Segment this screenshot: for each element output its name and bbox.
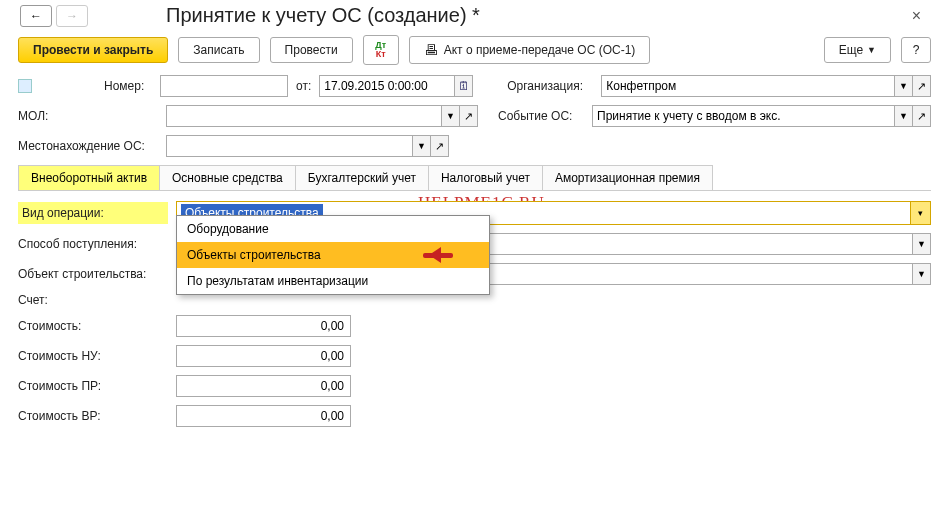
cost-pr-label: Стоимость ПР: — [18, 379, 168, 393]
more-button[interactable]: Еще ▼ — [824, 37, 891, 63]
tabs: Внеоборотный актив Основные средства Бух… — [18, 165, 931, 191]
operation-type-label: Вид операции: — [18, 202, 168, 224]
chevron-down-icon: ▼ — [417, 141, 426, 151]
more-label: Еще — [839, 43, 863, 57]
account-label: Счет: — [18, 293, 168, 307]
tab-asset[interactable]: Внеоборотный актив — [18, 165, 160, 190]
receipt-method-dropdown-button[interactable]: ▼ — [913, 233, 931, 255]
dtkt-button[interactable]: ДтКт — [363, 35, 399, 65]
event-label: Событие ОС: — [498, 109, 584, 123]
chevron-down-icon: ▼ — [867, 45, 876, 55]
dropdown-item-construction-label: Объекты строительства — [187, 248, 321, 262]
tab-os[interactable]: Основные средства — [159, 165, 296, 190]
calendar-icon: 🗓 — [458, 79, 470, 93]
printer-icon: 🖶 — [424, 42, 438, 58]
date-picker-button[interactable]: 🗓 — [455, 75, 473, 97]
close-button[interactable]: × — [912, 7, 929, 25]
dtkt-icon: ДтКт — [375, 41, 386, 59]
open-icon: ↗ — [917, 110, 926, 123]
open-icon: ↗ — [917, 80, 926, 93]
date-input[interactable] — [319, 75, 455, 97]
print-os1-label: Акт о приеме-передаче ОС (ОС-1) — [444, 43, 636, 57]
chevron-down-icon: ▾ — [918, 208, 923, 218]
event-dropdown-button[interactable]: ▼ — [895, 105, 913, 127]
post-and-close-button[interactable]: Провести и закрыть — [18, 37, 168, 63]
number-input[interactable] — [160, 75, 288, 97]
post-button[interactable]: Провести — [270, 37, 353, 63]
location-open-button[interactable]: ↗ — [431, 135, 449, 157]
tab-amort[interactable]: Амортизационная премия — [542, 165, 713, 190]
chevron-down-icon: ▼ — [899, 111, 908, 121]
nav-back-button[interactable]: ← — [20, 5, 52, 27]
print-os1-button[interactable]: 🖶 Акт о приеме-передаче ОС (ОС-1) — [409, 36, 651, 64]
chevron-down-icon: ▼ — [899, 81, 908, 91]
operation-type-dropdown-button[interactable]: ▾ — [910, 202, 930, 224]
construction-object-label: Объект строительства: — [18, 267, 168, 281]
highlight-arrow-icon — [423, 250, 465, 260]
operation-type-dropdown: Оборудование Объекты строительства По ре… — [176, 215, 490, 295]
save-button[interactable]: Записать — [178, 37, 259, 63]
construction-object-dropdown-button[interactable]: ▼ — [913, 263, 931, 285]
cost-input[interactable] — [176, 315, 351, 337]
chevron-down-icon: ▼ — [917, 269, 926, 279]
tab-body: HELPME1C.RU Вид операции: Объекты строит… — [18, 191, 931, 427]
open-icon: ↗ — [464, 110, 473, 123]
cost-nu-label: Стоимость НУ: — [18, 349, 168, 363]
nav-forward-button: → — [56, 5, 88, 27]
tab-accounting[interactable]: Бухгалтерский учет — [295, 165, 429, 190]
cost-vr-label: Стоимость ВР: — [18, 409, 168, 423]
org-label: Организация: — [507, 79, 593, 93]
dropdown-item-inventory[interactable]: По результатам инвентаризации — [177, 268, 489, 294]
page-title: Принятие к учету ОС (создание) * — [166, 4, 480, 27]
help-button[interactable]: ? — [901, 37, 931, 63]
from-label: от: — [296, 79, 311, 93]
org-open-button[interactable]: ↗ — [913, 75, 931, 97]
chevron-down-icon: ▼ — [446, 111, 455, 121]
number-label: Номер: — [104, 79, 152, 93]
mol-label: МОЛ: — [18, 109, 144, 123]
dropdown-item-construction[interactable]: Объекты строительства — [177, 242, 489, 268]
mol-open-button[interactable]: ↗ — [460, 105, 478, 127]
mol-input[interactable] — [166, 105, 442, 127]
cost-vr-input[interactable] — [176, 405, 351, 427]
location-dropdown-button[interactable]: ▼ — [413, 135, 431, 157]
location-input[interactable] — [166, 135, 413, 157]
open-icon: ↗ — [435, 140, 444, 153]
org-input[interactable] — [601, 75, 895, 97]
arrow-left-icon: ← — [30, 9, 42, 23]
document-icon — [18, 79, 32, 93]
event-open-button[interactable]: ↗ — [913, 105, 931, 127]
location-label: Местонахождение ОС: — [18, 139, 158, 153]
receipt-method-label: Способ поступления: — [18, 237, 168, 251]
arrow-right-icon: → — [66, 9, 78, 23]
org-dropdown-button[interactable]: ▼ — [895, 75, 913, 97]
cost-pr-input[interactable] — [176, 375, 351, 397]
event-input[interactable] — [592, 105, 895, 127]
cost-nu-input[interactable] — [176, 345, 351, 367]
cost-label: Стоимость: — [18, 319, 168, 333]
chevron-down-icon: ▼ — [917, 239, 926, 249]
dropdown-item-equipment[interactable]: Оборудование — [177, 216, 489, 242]
tab-tax[interactable]: Налоговый учет — [428, 165, 543, 190]
mol-dropdown-button[interactable]: ▼ — [442, 105, 460, 127]
